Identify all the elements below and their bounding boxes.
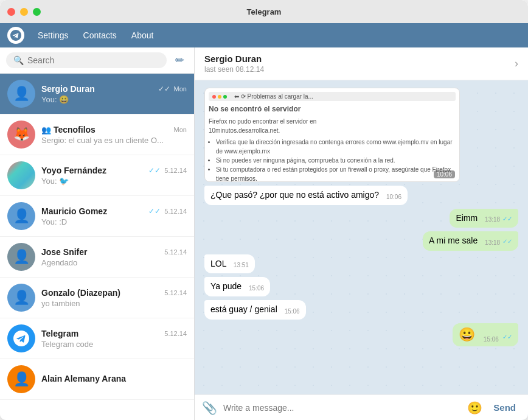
chat-item-alain[interactable]: 👤 Alain Alemany Arana [0, 359, 194, 400]
window-title: Telegram [247, 7, 282, 16]
chat-preview-gonzalo: yo tambien [41, 299, 187, 308]
emoji-button[interactable]: 🙂 [467, 401, 482, 415]
contacts-menu[interactable]: Contacts [77, 28, 123, 43]
message-text-m5: LOL [210, 259, 226, 268]
message-row-m3: Eimm 13:18 ✓✓ [204, 209, 518, 228]
title-bar: Telegram [0, 0, 528, 23]
chat-item-tecnofilos[interactable]: 🦊 👥 Tecnofilos Mon Sergio: el cual ya es… [0, 114, 194, 155]
chat-item-telegram[interactable]: Telegram 5.12.14 Telegram code [0, 318, 194, 359]
message-row-m4: A mi me sale 13:18 ✓✓ [204, 231, 518, 251]
message-text-m2: ¿Que pasó? ¿por que no está activo amigo… [210, 190, 379, 200]
message-check-m4: ✓✓ [502, 238, 512, 245]
message-row-m2: ¿Que pasó? ¿por que no está activo amigo… [204, 186, 518, 205]
message-text-m7: está guay / genial [210, 304, 277, 314]
message-time-m3: 13:18 [485, 216, 500, 223]
chat-header-jose: Jose Snifer 5.12.14 [41, 247, 187, 257]
error-item-1: Verifica que la dirección ingresada no c… [216, 138, 456, 156]
chat-details-button[interactable]: › [515, 57, 518, 70]
chat-header-tecnofilos: 👥 Tecnofilos Mon [41, 125, 187, 135]
error-list: Verifica que la dirección ingresada no c… [216, 138, 456, 182]
chat-name-sergio: Sergio Duran [41, 84, 95, 94]
chat-time-sergio: Mon [174, 85, 187, 93]
checkmarks-yoyo: ✓✓ [148, 166, 161, 175]
avatar-telegram [7, 324, 35, 352]
avatar-yoyo [7, 161, 35, 189]
message-row-m7: está guay / genial 15:06 [204, 300, 518, 320]
browser-content: No se encontró el servidor Firefox no pu… [209, 103, 456, 182]
chat-time-mauricio: 5.12.14 [164, 208, 187, 215]
bubble-m6: Ya pude 15:06 [204, 277, 270, 296]
message-check-m8: ✓✓ [502, 334, 512, 340]
message-time-m2: 10:06 [386, 194, 401, 200]
message-row-m1: ⬅ ⟳ Problemas al cargar la... No se enco… [204, 88, 518, 182]
avatar-sergio: 👤 [7, 80, 35, 108]
bubble-m8: 😀 15:06 ✓✓ [453, 323, 518, 347]
avatar-mauricio: 👤 [7, 202, 35, 230]
message-text-m3: Eimm [456, 213, 478, 223]
chat-info-tecnofilos: 👥 Tecnofilos Mon Sergio: el cual ya es u… [41, 125, 187, 145]
chat-item-yoyo[interactable]: Yoyo Fernández ✓✓ 5.12.14 You: 🐦 [0, 155, 194, 196]
chat-info-sergio: Sergio Duran ✓✓ Mon You: 😀 [41, 84, 187, 104]
avatar-gonzalo: 👤 [7, 284, 35, 312]
chat-header-yoyo: Yoyo Fernández ✓✓ 5.12.14 [41, 166, 187, 175]
chat-info-telegram: Telegram 5.12.14 Telegram code [41, 329, 187, 349]
attach-button[interactable]: 📎 [202, 401, 217, 415]
message-row-m5: LOL 13:51 [204, 254, 518, 274]
minimize-button[interactable] [20, 8, 28, 16]
message-input[interactable] [223, 403, 461, 413]
chat-item-sergio[interactable]: 👤 Sergio Duran ✓✓ Mon You: 😀 [0, 74, 194, 114]
send-button[interactable]: Send [488, 400, 521, 415]
compose-button[interactable]: ✏ [172, 52, 188, 68]
chat-contact-name: Sergio Duran [204, 54, 264, 64]
message-check-m3: ✓✓ [502, 215, 512, 222]
menu-bar: Settings Contacts About [0, 23, 528, 47]
maximize-button[interactable] [33, 8, 41, 16]
chat-contact-status: last seen 08.12.14 [204, 65, 264, 74]
chat-info-alain: Alain Alemany Arana [41, 374, 187, 385]
chat-list: 👤 Sergio Duran ✓✓ Mon You: 😀 🦊 [0, 74, 194, 420]
chat-time-telegram: 5.12.14 [164, 330, 187, 337]
chat-header-info: Sergio Duran last seen 08.12.14 [204, 54, 264, 74]
message-image-m1: ⬅ ⟳ Problemas al cargar la... No se enco… [204, 88, 460, 182]
checkmarks-mauricio: ✓✓ [148, 207, 161, 215]
message-row-m8: 😀 15:06 ✓✓ [204, 323, 518, 347]
chat-name-mauricio: Mauricio Gomez [41, 206, 107, 216]
chat-preview-telegram: Telegram code [41, 340, 187, 349]
message-emoji-m8: 😀 [459, 327, 475, 342]
close-button[interactable] [7, 8, 15, 16]
avatar-tecnofilos: 🦊 [7, 121, 35, 149]
checkmarks-sergio: ✓✓ [158, 85, 170, 93]
chat-time-yoyo: 5.12.14 [164, 167, 187, 174]
chat-name-telegram: Telegram [41, 329, 78, 338]
chat-preview-yoyo: You: 🐦 [41, 177, 187, 186]
search-icon: 🔍 [13, 55, 24, 65]
bubble-m3: Eimm 13:18 ✓✓ [450, 209, 518, 228]
chat-preview-mauricio: You: :D [41, 217, 187, 226]
browser-title: ⬅ ⟳ Problemas al cargar la... [234, 93, 313, 100]
chat-time-tecnofilos: Mon [174, 126, 187, 133]
message-time-m4: 13:18 [485, 239, 500, 246]
error-title: No se encontró el servidor [209, 103, 456, 114]
messages-area: ⬅ ⟳ Problemas al cargar la... No se enco… [195, 80, 528, 394]
chat-preview-tecnofilos: Sergio: el cual ya es un cliente O... [41, 136, 187, 145]
about-menu[interactable]: About [125, 28, 160, 43]
chat-item-gonzalo[interactable]: 👤 Gonzalo (Diazepan) 5.12.14 yo tambien [0, 278, 194, 318]
message-time-m5: 13:51 [234, 262, 249, 268]
settings-menu[interactable]: Settings [32, 28, 75, 43]
main-layout: 🔍 ✏ 👤 Sergio Duran ✓✓ Mon [0, 47, 528, 420]
chat-info-gonzalo: Gonzalo (Diazepan) 5.12.14 yo tambien [41, 288, 187, 308]
browser-bar: ⬅ ⟳ Problemas al cargar la... [209, 92, 456, 101]
chat-header-mauricio: Mauricio Gomez ✓✓ 5.12.14 [41, 206, 187, 216]
chat-item-mauricio[interactable]: 👤 Mauricio Gomez ✓✓ 5.12.14 You: :D [0, 196, 194, 237]
message-text-m6: Ya pude [210, 281, 241, 291]
search-input[interactable] [27, 55, 159, 65]
chat-name-alain: Alain Alemany Arana [41, 374, 126, 383]
bubble-m2: ¿Que pasó? ¿por que no está activo amigo… [204, 186, 408, 205]
bubble-m5: LOL 13:51 [204, 254, 255, 274]
chat-info-yoyo: Yoyo Fernández ✓✓ 5.12.14 You: 🐦 [41, 166, 187, 186]
chat-header-telegram: Telegram 5.12.14 [41, 329, 187, 338]
chat-item-jose[interactable]: 👤 Jose Snifer 5.12.14 Agendado [0, 237, 194, 278]
chat-name-jose: Jose Snifer [41, 247, 87, 257]
avatar-alain: 👤 [7, 365, 35, 393]
error-line1: Firefox no pudo encontrar el servidor en… [209, 117, 456, 135]
